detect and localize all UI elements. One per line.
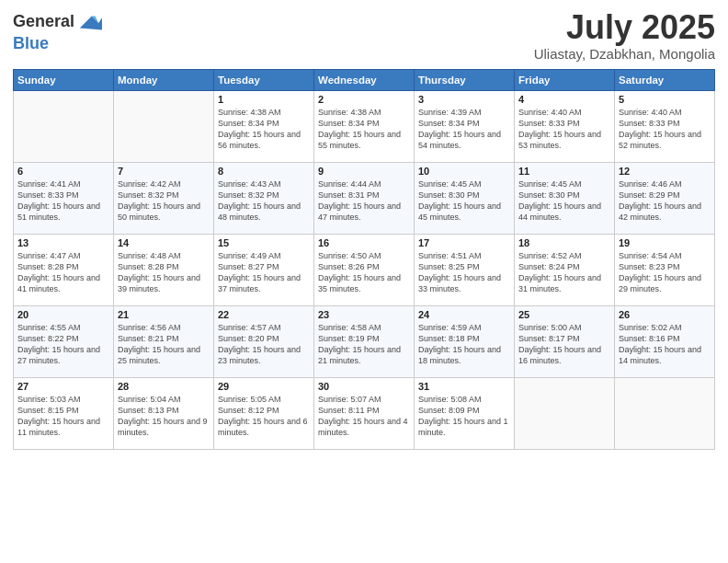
logo-icon xyxy=(76,9,102,35)
day-number: 11 xyxy=(518,166,610,177)
page: General Blue July 2025 Uliastay, Dzabkha… xyxy=(0,0,728,563)
day-number: 30 xyxy=(318,381,410,392)
table-row: 5Sunrise: 4:40 AMSunset: 8:33 PMDaylight… xyxy=(615,90,715,162)
day-number: 16 xyxy=(318,237,410,248)
table-row: 22Sunrise: 4:57 AMSunset: 8:20 PMDayligh… xyxy=(214,305,314,377)
day-info: Sunrise: 4:46 AMSunset: 8:29 PMDaylight:… xyxy=(619,178,711,224)
logo-area: General Blue xyxy=(13,9,102,53)
day-info: Sunrise: 5:02 AMSunset: 8:16 PMDaylight:… xyxy=(619,322,711,367)
logo-blue: Blue xyxy=(13,35,102,53)
day-info: Sunrise: 5:05 AMSunset: 8:12 PMDaylight:… xyxy=(218,394,310,439)
calendar: Sunday Monday Tuesday Wednesday Thursday… xyxy=(13,69,715,450)
header-wednesday: Wednesday xyxy=(314,69,415,90)
day-number: 31 xyxy=(418,381,510,392)
table-row: 16Sunrise: 4:50 AMSunset: 8:26 PMDayligh… xyxy=(314,234,415,305)
day-info: Sunrise: 4:47 AMSunset: 8:28 PMDaylight:… xyxy=(17,250,109,295)
day-number: 28 xyxy=(118,381,210,392)
day-number: 26 xyxy=(619,309,711,320)
header-tuesday: Tuesday xyxy=(214,69,314,90)
table-row: 2Sunrise: 4:38 AMSunset: 8:34 PMDaylight… xyxy=(314,90,415,162)
table-row: 21Sunrise: 4:56 AMSunset: 8:21 PMDayligh… xyxy=(114,305,214,377)
table-row: 11Sunrise: 4:45 AMSunset: 8:30 PMDayligh… xyxy=(515,162,615,234)
title-area: July 2025 Uliastay, Dzabkhan, Mongolia xyxy=(534,9,715,62)
day-info: Sunrise: 4:44 AMSunset: 8:31 PMDaylight:… xyxy=(318,178,410,224)
table-row: 10Sunrise: 4:45 AMSunset: 8:30 PMDayligh… xyxy=(415,162,515,234)
day-number: 15 xyxy=(218,237,310,248)
table-row: 13Sunrise: 4:47 AMSunset: 8:28 PMDayligh… xyxy=(14,234,114,305)
day-info: Sunrise: 4:45 AMSunset: 8:30 PMDaylight:… xyxy=(518,178,610,224)
table-row: 6Sunrise: 4:41 AMSunset: 8:33 PMDaylight… xyxy=(14,162,114,234)
month-title: July 2025 xyxy=(534,9,715,46)
table-row: 4Sunrise: 4:40 AMSunset: 8:33 PMDaylight… xyxy=(515,90,615,162)
table-row: 26Sunrise: 5:02 AMSunset: 8:16 PMDayligh… xyxy=(615,305,715,377)
day-info: Sunrise: 5:07 AMSunset: 8:11 PMDaylight:… xyxy=(318,394,410,439)
day-info: Sunrise: 5:00 AMSunset: 8:17 PMDaylight:… xyxy=(518,322,610,367)
table-row: 9Sunrise: 4:44 AMSunset: 8:31 PMDaylight… xyxy=(314,162,415,234)
day-info: Sunrise: 4:55 AMSunset: 8:22 PMDaylight:… xyxy=(17,322,109,367)
table-row: 25Sunrise: 5:00 AMSunset: 8:17 PMDayligh… xyxy=(515,305,615,377)
table-row xyxy=(615,377,715,449)
day-info: Sunrise: 4:38 AMSunset: 8:34 PMDaylight:… xyxy=(218,107,310,152)
day-info: Sunrise: 4:45 AMSunset: 8:30 PMDaylight:… xyxy=(418,178,510,224)
table-row: 28Sunrise: 5:04 AMSunset: 8:13 PMDayligh… xyxy=(114,377,214,449)
header: General Blue July 2025 Uliastay, Dzabkha… xyxy=(13,9,715,62)
table-row: 20Sunrise: 4:55 AMSunset: 8:22 PMDayligh… xyxy=(14,305,114,377)
table-row xyxy=(114,90,214,162)
day-number: 1 xyxy=(218,94,310,105)
table-row: 12Sunrise: 4:46 AMSunset: 8:29 PMDayligh… xyxy=(615,162,715,234)
day-info: Sunrise: 4:57 AMSunset: 8:20 PMDaylight:… xyxy=(218,322,310,367)
day-number: 21 xyxy=(118,309,210,320)
day-number: 7 xyxy=(118,166,210,177)
table-row: 1Sunrise: 4:38 AMSunset: 8:34 PMDaylight… xyxy=(214,90,314,162)
header-friday: Friday xyxy=(515,69,615,90)
table-row: 18Sunrise: 4:52 AMSunset: 8:24 PMDayligh… xyxy=(515,234,615,305)
day-number: 20 xyxy=(17,309,109,320)
day-info: Sunrise: 4:51 AMSunset: 8:25 PMDaylight:… xyxy=(418,250,510,295)
day-number: 22 xyxy=(218,309,310,320)
day-number: 9 xyxy=(318,166,410,177)
day-number: 19 xyxy=(619,237,711,248)
table-row: 8Sunrise: 4:43 AMSunset: 8:32 PMDaylight… xyxy=(214,162,314,234)
table-row: 15Sunrise: 4:49 AMSunset: 8:27 PMDayligh… xyxy=(214,234,314,305)
day-number: 12 xyxy=(619,166,711,177)
header-sunday: Sunday xyxy=(14,69,114,90)
table-row: 23Sunrise: 4:58 AMSunset: 8:19 PMDayligh… xyxy=(314,305,415,377)
day-info: Sunrise: 4:42 AMSunset: 8:32 PMDaylight:… xyxy=(118,178,210,224)
day-info: Sunrise: 4:59 AMSunset: 8:18 PMDaylight:… xyxy=(418,322,510,367)
day-number: 14 xyxy=(118,237,210,248)
table-row: 7Sunrise: 4:42 AMSunset: 8:32 PMDaylight… xyxy=(114,162,214,234)
day-number: 4 xyxy=(518,94,610,105)
table-row: 3Sunrise: 4:39 AMSunset: 8:34 PMDaylight… xyxy=(415,90,515,162)
day-number: 18 xyxy=(518,237,610,248)
day-info: Sunrise: 4:38 AMSunset: 8:34 PMDaylight:… xyxy=(318,107,410,152)
table-row xyxy=(515,377,615,449)
day-info: Sunrise: 4:40 AMSunset: 8:33 PMDaylight:… xyxy=(619,107,711,152)
day-number: 10 xyxy=(418,166,510,177)
day-number: 23 xyxy=(318,309,410,320)
day-number: 29 xyxy=(218,381,310,392)
day-number: 6 xyxy=(17,166,109,177)
day-info: Sunrise: 4:56 AMSunset: 8:21 PMDaylight:… xyxy=(118,322,210,367)
table-row: 29Sunrise: 5:05 AMSunset: 8:12 PMDayligh… xyxy=(214,377,314,449)
day-number: 3 xyxy=(418,94,510,105)
day-info: Sunrise: 4:41 AMSunset: 8:33 PMDaylight:… xyxy=(17,178,109,224)
day-info: Sunrise: 4:54 AMSunset: 8:23 PMDaylight:… xyxy=(619,250,711,295)
day-number: 17 xyxy=(418,237,510,248)
day-info: Sunrise: 4:52 AMSunset: 8:24 PMDaylight:… xyxy=(518,250,610,295)
day-info: Sunrise: 4:39 AMSunset: 8:34 PMDaylight:… xyxy=(418,107,510,152)
day-info: Sunrise: 4:40 AMSunset: 8:33 PMDaylight:… xyxy=(518,107,610,152)
day-info: Sunrise: 5:04 AMSunset: 8:13 PMDaylight:… xyxy=(118,394,210,439)
table-row xyxy=(14,90,114,162)
table-row: 31Sunrise: 5:08 AMSunset: 8:09 PMDayligh… xyxy=(415,377,515,449)
day-number: 8 xyxy=(218,166,310,177)
table-row: 24Sunrise: 4:59 AMSunset: 8:18 PMDayligh… xyxy=(415,305,515,377)
table-row: 30Sunrise: 5:07 AMSunset: 8:11 PMDayligh… xyxy=(314,377,415,449)
day-info: Sunrise: 4:58 AMSunset: 8:19 PMDaylight:… xyxy=(318,322,410,367)
header-saturday: Saturday xyxy=(615,69,715,90)
header-thursday: Thursday xyxy=(415,69,515,90)
table-row: 14Sunrise: 4:48 AMSunset: 8:28 PMDayligh… xyxy=(114,234,214,305)
day-info: Sunrise: 5:03 AMSunset: 8:15 PMDaylight:… xyxy=(17,394,109,439)
logo-text: General Blue xyxy=(13,9,102,53)
header-monday: Monday xyxy=(114,69,214,90)
table-row: 17Sunrise: 4:51 AMSunset: 8:25 PMDayligh… xyxy=(415,234,515,305)
